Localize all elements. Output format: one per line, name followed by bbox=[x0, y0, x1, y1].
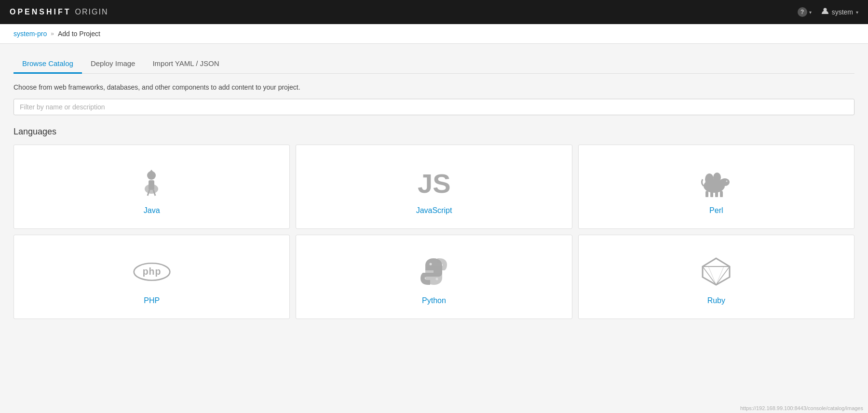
breadcrumb: system-pro » Add to Project bbox=[0, 24, 868, 44]
svg-rect-13 bbox=[705, 191, 708, 197]
topnav-right: ? ▾ system ▾ bbox=[798, 7, 858, 17]
svg-rect-2 bbox=[149, 180, 154, 190]
ruby-icon bbox=[697, 255, 735, 289]
catalog-card-python[interactable]: Python bbox=[296, 235, 572, 319]
breadcrumb-project-link[interactable]: system-pro bbox=[14, 30, 47, 38]
main-content: Browse Catalog Deploy Image Import YAML … bbox=[0, 44, 868, 329]
javascript-label: JavaScript bbox=[416, 206, 452, 215]
java-label: Java bbox=[144, 206, 160, 215]
catalog-description: Choose from web frameworks, databases, a… bbox=[14, 83, 854, 91]
svg-point-21 bbox=[436, 278, 438, 280]
svg-point-20 bbox=[430, 263, 432, 266]
catalog-card-ruby[interactable]: Ruby bbox=[578, 235, 854, 319]
help-dropdown-icon: ▾ bbox=[809, 10, 812, 15]
catalog-grid: Java JS JavaScript bbox=[14, 145, 854, 319]
catalog-card-perl[interactable]: Perl bbox=[578, 145, 854, 229]
svg-point-17 bbox=[726, 181, 728, 182]
user-dropdown-icon: ▾ bbox=[856, 10, 858, 15]
svg-text:php: php bbox=[142, 266, 161, 277]
tab-browse-catalog[interactable]: Browse Catalog bbox=[14, 53, 82, 74]
help-icon: ? bbox=[798, 7, 807, 17]
javascript-icon: JS bbox=[415, 165, 453, 199]
svg-rect-16 bbox=[720, 191, 723, 197]
breadcrumb-current: Add to Project bbox=[58, 30, 100, 38]
user-label: system bbox=[832, 8, 853, 16]
perl-icon bbox=[697, 165, 735, 199]
catalog-card-java[interactable]: Java bbox=[14, 145, 290, 229]
python-icon bbox=[415, 255, 453, 289]
perl-label: Perl bbox=[709, 206, 723, 215]
status-bar: https://192.168.99.100:8443/console/cata… bbox=[735, 403, 868, 413]
svg-rect-12 bbox=[720, 179, 725, 185]
svg-point-10 bbox=[713, 173, 721, 182]
brand-openshift: OPENSHIFT bbox=[10, 8, 71, 16]
tab-bar: Browse Catalog Deploy Image Import YAML … bbox=[14, 53, 854, 74]
java-icon bbox=[133, 165, 171, 199]
user-avatar-icon bbox=[821, 7, 829, 17]
filter-input[interactable] bbox=[14, 99, 854, 115]
svg-line-24 bbox=[716, 258, 730, 266]
tab-deploy-image[interactable]: Deploy Image bbox=[82, 53, 144, 74]
php-label: PHP bbox=[144, 296, 160, 305]
brand-origin: ORIGIN bbox=[75, 8, 108, 16]
catalog-card-php[interactable]: php PHP bbox=[14, 235, 290, 319]
svg-text:JS: JS bbox=[418, 168, 451, 197]
svg-line-23 bbox=[703, 258, 716, 266]
svg-rect-15 bbox=[715, 191, 718, 197]
breadcrumb-separator: » bbox=[51, 30, 54, 37]
brand: OPENSHIFT ORIGIN bbox=[10, 8, 108, 16]
svg-rect-14 bbox=[710, 191, 713, 197]
php-icon: php bbox=[133, 255, 171, 289]
top-navigation: OPENSHIFT ORIGIN ? ▾ system ▾ bbox=[0, 0, 868, 24]
svg-point-9 bbox=[705, 173, 714, 185]
help-menu[interactable]: ? ▾ bbox=[798, 7, 812, 17]
user-menu[interactable]: system ▾ bbox=[821, 7, 858, 17]
section-title: Languages bbox=[14, 127, 854, 137]
tab-import-yaml[interactable]: Import YAML / JSON bbox=[144, 53, 228, 74]
ruby-label: Ruby bbox=[707, 296, 725, 305]
python-label: Python bbox=[422, 296, 446, 305]
status-url: https://192.168.99.100:8443/console/cata… bbox=[740, 405, 863, 411]
catalog-card-javascript[interactable]: JS JavaScript bbox=[296, 145, 572, 229]
